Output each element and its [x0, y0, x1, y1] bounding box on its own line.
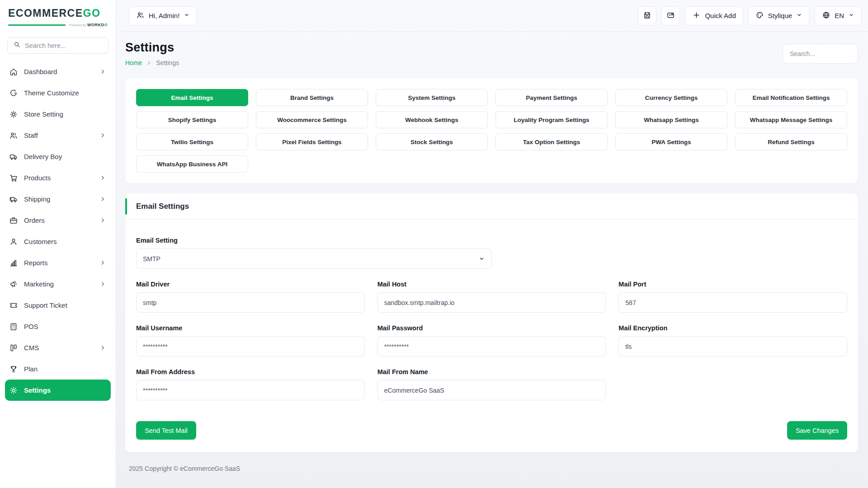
sidebar-item-marketing[interactable]: Marketing — [5, 273, 111, 295]
trophy-icon — [9, 365, 18, 374]
breadcrumb-current: Settings — [156, 59, 179, 66]
email-setting-value: SMTP — [143, 255, 160, 263]
mail-host-label: Mail Host — [377, 281, 606, 288]
tab-pwa-settings[interactable]: PWA Settings — [615, 133, 727, 150]
tab-shopify-settings[interactable]: Shopify Settings — [136, 111, 248, 128]
email-setting-select[interactable]: SMTP — [136, 249, 492, 269]
mail-encryption-label: Mail Encryption — [618, 324, 847, 332]
mail-password-input[interactable] — [377, 336, 606, 357]
tab-refund-settings[interactable]: Refund Settings — [735, 133, 847, 150]
tab-payment-settings[interactable]: Payment Settings — [495, 89, 608, 106]
sidebar-search — [7, 37, 108, 54]
mail-encryption-field: Mail Encryption — [618, 324, 847, 357]
sidebar-item-support-ticket[interactable]: Support Ticket — [5, 295, 111, 316]
palette-icon — [755, 11, 764, 21]
tab-label: Whatsapp Message Settings — [750, 117, 832, 123]
mail-port-label: Mail Port — [618, 281, 847, 288]
mail-encryption-input[interactable] — [618, 336, 847, 357]
breadcrumb: Home Settings — [125, 59, 179, 66]
bar-chart-icon — [9, 258, 18, 267]
logo-text-primary: ECOMMERCE — [8, 7, 83, 19]
sidebar-item-label: Dashboard — [24, 68, 94, 75]
sidebar-item-orders[interactable]: Orders — [5, 210, 111, 231]
email-setting-field: Email Setting SMTP — [136, 237, 492, 269]
sidebar-item-label: Plan — [24, 365, 94, 373]
tab-label: Tax Option Settings — [523, 139, 580, 145]
sidebar-item-store-setting[interactable]: Store Setting — [5, 103, 111, 125]
cart-icon — [9, 174, 18, 183]
tab-stock-settings[interactable]: Stock Settings — [376, 133, 488, 150]
tab-currency-settings[interactable]: Currency Settings — [615, 89, 727, 106]
mail-from-name-input[interactable] — [377, 380, 606, 400]
tab-woocommerce-settings[interactable]: Woocommerce Settings — [256, 111, 368, 128]
theme-switcher-button[interactable]: Stylique — [748, 6, 810, 25]
sidebar-item-label: Theme Customize — [24, 89, 94, 97]
tab-label: Webhook Settings — [405, 117, 458, 123]
ticket-icon — [9, 301, 18, 310]
tab-pixel-fields-settings[interactable]: Pixel Fields Settings — [256, 133, 368, 150]
search-icon — [13, 41, 21, 50]
sidebar-item-delivery-boy[interactable]: Delivery Boy — [5, 146, 111, 167]
tab-label: Email Notification Settings — [752, 94, 830, 101]
language-button[interactable]: EN — [815, 6, 862, 25]
sidebar-item-staff[interactable]: Staff — [5, 125, 111, 146]
mail-username-input[interactable] — [136, 336, 365, 357]
breadcrumb-home-link[interactable]: Home — [125, 59, 142, 66]
admin-greeting: Hi, Admin! — [149, 12, 179, 19]
tab-brand-settings[interactable]: Brand Settings — [256, 89, 368, 106]
chevron-right-icon — [99, 259, 106, 266]
tab-system-settings[interactable]: System Settings — [376, 89, 488, 106]
tab-whatsapp-message-settings[interactable]: Whatsapp Message Settings — [735, 111, 847, 128]
mail-port-input[interactable] — [618, 292, 847, 313]
tab-webhook-settings[interactable]: Webhook Settings — [376, 111, 488, 128]
sidebar-item-dashboard[interactable]: Dashboard — [5, 61, 111, 82]
storefront-button[interactable] — [638, 6, 656, 25]
tab-email-settings[interactable]: Email Settings — [136, 89, 248, 106]
mail-username-label: Mail Username — [136, 324, 365, 332]
mail-fields-grid: Mail Driver Mail Host Mail Port Ma — [136, 281, 847, 400]
tab-label: PWA Settings — [651, 139, 691, 145]
chevron-right-icon — [99, 68, 106, 75]
tab-label: System Settings — [408, 94, 455, 101]
page-search-input[interactable] — [783, 44, 858, 64]
users-icon — [136, 11, 145, 21]
card-accent-bar — [125, 198, 127, 215]
mail-button[interactable] — [661, 6, 680, 25]
mail-from-address-input[interactable] — [136, 380, 365, 400]
chevron-down-icon — [478, 255, 485, 262]
sidebar-item-shipping[interactable]: Shipping — [5, 188, 111, 210]
mail-driver-input[interactable] — [136, 292, 365, 313]
pos-icon — [9, 322, 18, 331]
tab-twilio-settings[interactable]: Twilio Settings — [136, 133, 248, 150]
sidebar-item-cms[interactable]: CMS — [5, 337, 111, 358]
sidebar-item-plan[interactable]: Plan — [5, 358, 111, 380]
sidebar-item-label: CMS — [24, 344, 94, 352]
mail-from-address-label: Mail From Address — [136, 368, 365, 375]
save-changes-button[interactable]: Save Changes — [787, 421, 847, 440]
sidebar-item-customers[interactable]: Customers — [5, 231, 111, 252]
footer-copyright: 2025 Copyright © eCommerceGo SaaS — [129, 465, 858, 479]
admin-profile-button[interactable]: Hi, Admin! — [129, 6, 197, 25]
megaphone-icon — [9, 280, 18, 289]
tab-loyality-program-settings[interactable]: Loyality Program Settings — [495, 111, 608, 128]
tab-whatsapp-business-api[interactable]: WhatsApp Business API — [136, 155, 248, 173]
user-icon — [9, 237, 18, 246]
sidebar-item-reports[interactable]: Reports — [5, 252, 111, 273]
sidebar-item-settings[interactable]: Settings — [5, 380, 111, 401]
tab-email-notification-settings[interactable]: Email Notification Settings — [735, 89, 847, 106]
quick-add-button[interactable]: Quick Add — [685, 6, 743, 25]
send-test-mail-button[interactable]: Send Test Mail — [136, 421, 196, 440]
tab-tax-option-settings[interactable]: Tax Option Settings — [495, 133, 608, 150]
mail-host-input[interactable] — [377, 292, 606, 313]
globe-icon — [822, 11, 830, 21]
sidebar-search-input[interactable] — [25, 42, 103, 49]
chevron-right-icon — [99, 174, 106, 181]
settings-tabs-card: Email Settings Brand Settings System Set… — [125, 78, 858, 183]
sidebar-item-products[interactable]: Products — [5, 167, 111, 188]
sidebar-item-theme-customize[interactable]: Theme Customize — [5, 82, 111, 103]
sidebar: ECOMMERCEGO Powered By WORKDO Dashboard — [0, 0, 116, 488]
sidebar-item-pos[interactable]: POS — [5, 316, 111, 337]
mail-driver-field: Mail Driver — [136, 281, 365, 313]
sidebar-item-label: Store Setting — [24, 110, 94, 118]
tab-whatsapp-settings[interactable]: Whatsapp Settings — [615, 111, 727, 128]
